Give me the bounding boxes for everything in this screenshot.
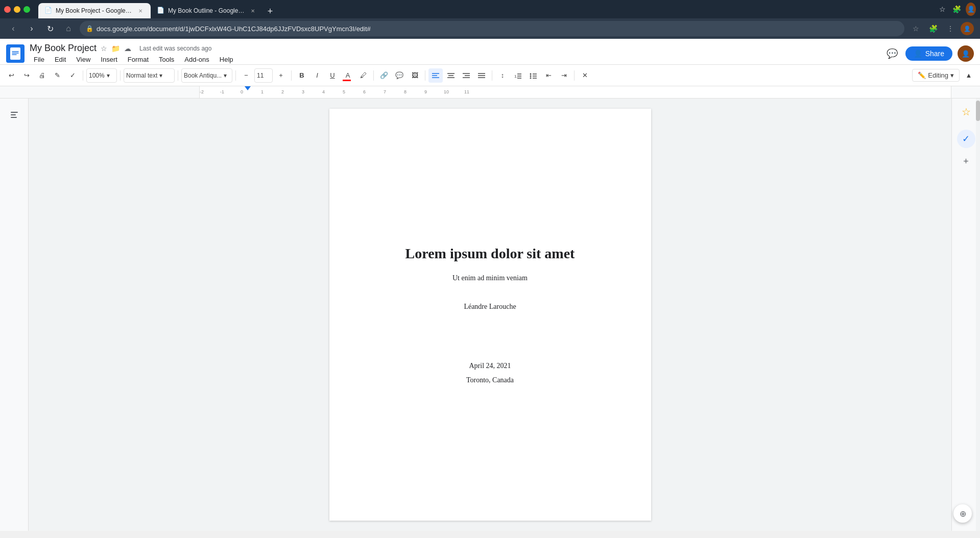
decrease-font-button[interactable]: −: [239, 68, 253, 83]
numbered-list-icon: 1.: [514, 72, 521, 79]
doc-area[interactable]: Lorem ipsum dolor sit amet Ut enim ad mi…: [29, 99, 951, 531]
add-panel-icon[interactable]: +: [957, 152, 975, 170]
bulleted-list-button[interactable]: [526, 68, 540, 83]
doc-location[interactable]: Toronto, Canada: [466, 376, 514, 384]
scrollbar-track[interactable]: [976, 99, 980, 531]
doc-page: Lorem ipsum dolor sit amet Ut enim ad mi…: [329, 109, 651, 521]
style-select[interactable]: Normal text ▾: [124, 68, 175, 83]
user-avatar-titlebar[interactable]: 👤: [966, 3, 976, 16]
align-justify-icon: [478, 72, 485, 79]
formatting-bar: ↩ ↪ 🖨 ✎ ✓ 100% ▾ Normal text ▾ Book Anti…: [0, 65, 980, 86]
titlebar: 📄 My Book Project - Google Doc... ✕ 📄 My…: [0, 0, 980, 18]
tasks-icon[interactable]: ✓: [957, 130, 975, 148]
editing-chevron: ▾: [950, 71, 954, 79]
numbered-list-button[interactable]: 1.: [511, 68, 525, 83]
home-button[interactable]: ⌂: [61, 21, 76, 36]
line-spacing-button[interactable]: ↕: [495, 68, 510, 83]
extension-icon[interactable]: 🧩: [951, 4, 962, 14]
align-center-button[interactable]: [444, 68, 458, 83]
svg-rect-25: [11, 117, 17, 118]
increase-font-button[interactable]: +: [274, 68, 288, 83]
highlight-button[interactable]: 🖊: [356, 68, 370, 83]
back-button[interactable]: ‹: [6, 21, 20, 36]
menu-addons[interactable]: Add-ons: [180, 55, 213, 64]
italic-button[interactable]: I: [310, 68, 324, 83]
forward-button[interactable]: ›: [25, 21, 39, 36]
menu-help[interactable]: Help: [216, 55, 237, 64]
comment-button[interactable]: 💬: [884, 45, 900, 62]
menu-view[interactable]: View: [72, 55, 94, 64]
url-bar[interactable]: 🔒 docs.google.com/document/d/1jwDCFxlxW4…: [80, 21, 904, 36]
user-avatar-addressbar[interactable]: 👤: [961, 22, 974, 35]
divider-5: [291, 70, 292, 81]
share-button[interactable]: 👤 Share: [905, 46, 952, 61]
zoom-value: 100%: [89, 72, 105, 79]
tab-2[interactable]: 📄 My Book Outline - Google Doc... ✕: [151, 3, 263, 18]
font-value: Book Antiqu...: [184, 72, 222, 79]
align-left-button[interactable]: [428, 68, 443, 83]
font-size-select[interactable]: 11: [254, 68, 273, 83]
tab-1-title: My Book Project - Google Doc...: [56, 7, 133, 14]
paint-format-button[interactable]: ✎: [50, 68, 64, 83]
doc-date[interactable]: April 24, 2021: [469, 362, 511, 370]
tab-1-close[interactable]: ✕: [136, 7, 145, 15]
menu-tools[interactable]: Tools: [155, 55, 178, 64]
addressbar: ‹ › ↻ ⌂ 🔒 docs.google.com/document/d/1jw…: [0, 18, 980, 39]
bookmark-addr-icon[interactable]: ☆: [909, 21, 923, 36]
bold-button[interactable]: B: [295, 68, 309, 83]
maximize-window-button[interactable]: [23, 6, 30, 13]
menu-edit[interactable]: Edit: [51, 55, 70, 64]
menu-icon[interactable]: ⋮: [943, 21, 958, 36]
new-tab-button[interactable]: +: [263, 4, 277, 18]
menu-file[interactable]: File: [30, 55, 49, 64]
spell-check-button[interactable]: ✓: [65, 68, 80, 83]
docs-title-area: My Book Project ☆ 📁 ☁ Last edit was seco…: [30, 43, 879, 64]
font-color-button[interactable]: A: [341, 68, 355, 83]
keep-icon[interactable]: ☆: [957, 103, 975, 121]
undo-button[interactable]: ↩: [4, 68, 18, 83]
svg-point-17: [530, 73, 532, 75]
bulleted-list-icon: [530, 72, 537, 79]
cloud-icon[interactable]: ☁: [124, 44, 131, 53]
bookmark-icon[interactable]: ☆: [937, 4, 947, 14]
navigate-button[interactable]: ⊕: [953, 504, 972, 523]
font-size-value: 11: [257, 72, 264, 79]
style-value: Normal text: [126, 72, 157, 79]
clear-format-button[interactable]: ✕: [578, 68, 592, 83]
document-title[interactable]: My Book Project: [30, 43, 97, 54]
zoom-select[interactable]: 100% ▾: [86, 68, 117, 83]
add-to-drive-icon[interactable]: 📁: [111, 44, 120, 53]
reload-button[interactable]: ↻: [43, 21, 57, 36]
extension-addr-icon[interactable]: 🧩: [926, 21, 940, 36]
collapse-toolbar-button[interactable]: ▲: [962, 68, 976, 83]
tab-2-close[interactable]: ✕: [249, 7, 257, 15]
scrollbar-thumb[interactable]: [976, 101, 980, 121]
align-right-button[interactable]: [459, 68, 473, 83]
comment-inline-button[interactable]: 💬: [392, 68, 407, 83]
link-button[interactable]: 🔗: [377, 68, 391, 83]
font-select[interactable]: Book Antiqu... ▾: [181, 68, 232, 83]
doc-title[interactable]: Lorem ipsum dolor sit amet: [405, 246, 575, 262]
print-button[interactable]: 🖨: [35, 68, 49, 83]
doc-author[interactable]: Léandre Larouche: [464, 303, 516, 311]
profile-icon[interactable]: 👤: [966, 4, 976, 14]
close-window-button[interactable]: [4, 6, 11, 13]
doc-subtitle[interactable]: Ut enim ad minim veniam: [452, 274, 528, 282]
image-button[interactable]: 🖼: [408, 68, 422, 83]
redo-button[interactable]: ↪: [19, 68, 34, 83]
menu-format[interactable]: Format: [124, 55, 153, 64]
decrease-indent-button[interactable]: ⇤: [541, 68, 556, 83]
increase-indent-button[interactable]: ⇥: [557, 68, 571, 83]
minimize-window-button[interactable]: [14, 6, 20, 13]
svg-point-18: [530, 75, 532, 77]
outline-button[interactable]: [6, 107, 22, 123]
align-right-icon: [463, 72, 470, 79]
underline-button[interactable]: U: [325, 68, 340, 83]
user-avatar-header[interactable]: 👤: [958, 45, 974, 62]
tab-1[interactable]: 📄 My Book Project - Google Doc... ✕: [38, 3, 151, 18]
editing-mode-button[interactable]: ✏️ Editing ▾: [912, 69, 960, 82]
align-justify-button[interactable]: [474, 68, 489, 83]
menu-insert[interactable]: Insert: [97, 55, 122, 64]
svg-point-19: [530, 77, 532, 79]
star-icon[interactable]: ☆: [101, 44, 107, 53]
